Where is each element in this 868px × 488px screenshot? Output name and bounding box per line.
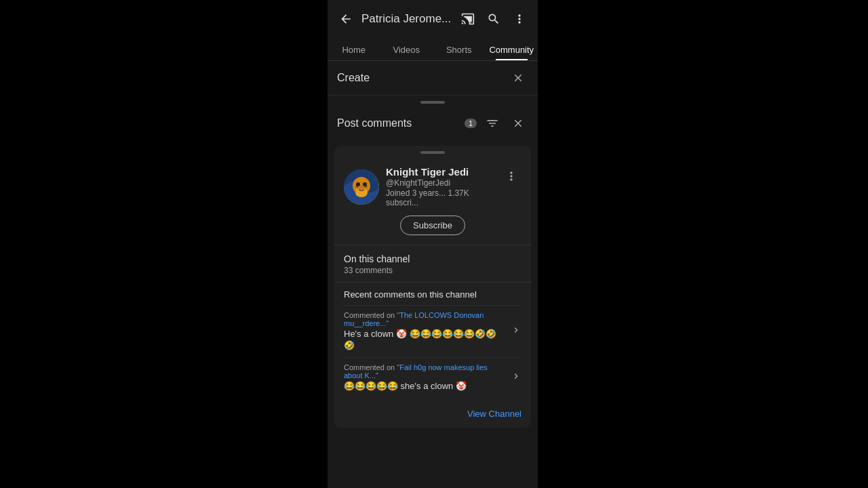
create-bar: Create <box>328 61 538 96</box>
nav-tabs: Home Videos Shorts Community <box>328 38 538 61</box>
tab-community[interactable]: Community <box>486 38 538 60</box>
comment-on-2: Commented on "Fail h0g now makesup lies … <box>344 363 507 380</box>
cast-button[interactable] <box>458 9 478 29</box>
recent-comments-section: Recent comments on this channel Commente… <box>334 283 531 402</box>
more-options-button[interactable] <box>509 9 530 29</box>
tab-home[interactable]: Home <box>328 38 380 60</box>
post-comments-badge: 1 <box>465 119 477 128</box>
channel-handle: @KnightTigerJedi <box>386 178 494 188</box>
svg-point-4 <box>363 182 367 186</box>
on-this-channel-section: On this channel 33 comments <box>334 245 531 282</box>
comment-content-2: Commented on "Fail h0g now makesup lies … <box>344 363 507 392</box>
chevron-right-icon-1 <box>511 325 521 338</box>
chevron-right-icon-2 <box>511 371 521 384</box>
svg-point-5 <box>359 186 364 190</box>
profile-info: Knight Tiger Jedi @KnightTigerJedi Joine… <box>386 166 494 207</box>
comment-item[interactable]: Commented on "The LOLCOWS Donovan mu__rd… <box>344 305 521 357</box>
comment-content-1: Commented on "The LOLCOWS Donovan mu__rd… <box>344 311 507 352</box>
avatar[interactable] <box>344 169 379 205</box>
comment-text-1: He's a clown 🤡 😂😂😂😂😂😂🤣🤣🤣 <box>344 329 507 352</box>
comment-count: 33 comments <box>344 266 521 275</box>
create-close-button[interactable] <box>508 68 528 88</box>
create-title: Create <box>337 72 508 84</box>
post-comments-bar: Post comments 1 <box>328 106 538 140</box>
channel-card: Knight Tiger Jedi @KnightTigerJedi Joine… <box>334 146 531 428</box>
joined-date: Joined 3 years... <box>386 188 446 198</box>
drag-handle <box>420 101 445 104</box>
subscribe-button[interactable]: Subscribe <box>400 216 465 235</box>
search-button[interactable] <box>484 9 504 29</box>
comment-on-1: Commented on "The LOLCOWS Donovan mu__rd… <box>344 311 507 327</box>
filter-button[interactable] <box>482 113 502 134</box>
view-channel-row: View Channel <box>334 402 531 428</box>
channel-more-button[interactable] <box>501 166 521 186</box>
back-button[interactable] <box>336 9 356 29</box>
channel-name: Knight Tiger Jedi <box>386 166 494 178</box>
comment-item[interactable]: Commented on "Fail h0g now makesup lies … <box>344 357 521 398</box>
channel-meta: Joined 3 years... 1.37K subscri... <box>386 188 494 207</box>
post-comments-title: Post comments <box>337 117 456 129</box>
recent-comments-title: Recent comments on this channel <box>344 289 521 300</box>
tab-shorts[interactable]: Shorts <box>433 38 486 60</box>
tab-videos[interactable]: Videos <box>380 38 433 60</box>
top-bar: Patricia Jerome... <box>328 0 538 38</box>
post-comments-close-button[interactable] <box>508 113 528 134</box>
profile-section: Knight Tiger Jedi @KnightTigerJedi Joine… <box>334 157 531 245</box>
svg-point-3 <box>356 182 360 186</box>
page-title: Patricia Jerome... <box>361 12 452 26</box>
view-channel-link[interactable]: View Channel <box>467 409 521 419</box>
comment-text-2: 😂😂😂😂😂 she's a clown 🤡 <box>344 381 507 392</box>
on-this-channel-title: On this channel <box>344 253 521 264</box>
card-drag-handle <box>420 151 445 154</box>
